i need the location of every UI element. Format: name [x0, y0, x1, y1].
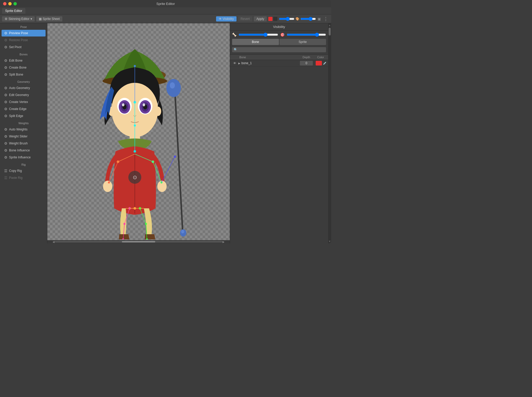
search-input[interactable]	[239, 48, 324, 52]
bone-tab-button[interactable]: Bone	[232, 39, 279, 45]
scroll-down-arrow[interactable]: ▼	[328, 239, 331, 243]
bone-visibility-slider[interactable]	[239, 33, 278, 37]
color-red-swatch[interactable]	[268, 17, 272, 21]
revert-button[interactable]: Revert	[238, 16, 252, 21]
sprite-influence-button[interactable]: ⚙ Sprite Influence	[2, 154, 46, 161]
edit-bone-icon: ⚙	[4, 58, 8, 63]
viewport[interactable]: ⊙	[47, 23, 230, 243]
search-icon: 🔍	[234, 48, 238, 52]
preview-pose-button[interactable]: ⚙ Preview Pose	[2, 30, 46, 36]
traffic-lights	[3, 2, 17, 5]
right-panel: Visibility 🦴 🎯 Bone Sprite 🔍	[230, 23, 328, 243]
main-layout: Pose ⚙ Preview Pose ⚙ Restore Pose ⚙ Set…	[0, 23, 331, 243]
bone-slider-row: 🦴 🎯	[232, 33, 326, 37]
restore-pose-button[interactable]: ⚙ Restore Pose	[2, 37, 46, 43]
title-bar: Sprite Editor	[0, 0, 331, 7]
split-bone-button[interactable]: ⚙ Split Bone	[2, 71, 46, 78]
sprite-tab-button[interactable]: Sprite	[279, 39, 326, 45]
minimize-button[interactable]	[8, 2, 12, 5]
create-bone-icon: ⚙	[4, 65, 8, 70]
split-edge-button[interactable]: ⚙ Split Edge	[2, 113, 46, 119]
weight-slider-icon: ⚙	[4, 134, 8, 138]
auto-geometry-icon: ⚙	[4, 86, 8, 90]
svg-point-34	[117, 160, 119, 163]
sprite-influence-icon: ⚙	[4, 155, 8, 159]
apply-button[interactable]: Apply	[254, 16, 267, 21]
eye-icon: 👁	[219, 17, 222, 21]
edit-bone-button[interactable]: ⚙ Edit Bone	[2, 57, 46, 64]
pose-section-label: Pose	[0, 23, 47, 30]
skinning-icon: ⚙	[5, 17, 8, 21]
maximize-button[interactable]	[13, 2, 17, 5]
copy-rig-button[interactable]: ☰ Copy Rig	[2, 167, 46, 174]
svg-point-31	[134, 65, 136, 67]
col-depth-header: Depth	[299, 56, 314, 59]
paste-rig-icon: ☰	[4, 176, 8, 180]
paste-rig-button[interactable]: ☰ Paste Rig	[2, 174, 46, 181]
toolbar-slider-1[interactable]	[279, 17, 294, 21]
preview-pose-icon: ⚙	[4, 31, 8, 35]
visibility-panel-title: Visibility	[230, 23, 328, 31]
slider-icon: 🎨	[295, 17, 299, 21]
bone-influence-button[interactable]: ⚙ Bone Influence	[2, 147, 46, 154]
bone-table: Bone Depth Color 👁 ▶ bone_1	[230, 55, 328, 243]
search-row: 🔍	[232, 47, 326, 52]
vertical-scrollbar-thumb[interactable]	[329, 28, 331, 35]
svg-point-12	[143, 103, 145, 106]
scroll-up-arrow[interactable]: ▲	[328, 23, 331, 27]
grid-icon: ▦	[39, 17, 42, 21]
sprite-sheet-button[interactable]: ▦ Sprite Sheet	[36, 16, 62, 21]
bone-expand-arrow[interactable]: ▶	[238, 62, 240, 65]
toolbar-slider-2[interactable]	[300, 17, 316, 21]
bone-table-header: Bone Depth Color	[230, 55, 328, 60]
horizontal-scrollbar-track[interactable]	[55, 241, 223, 242]
svg-point-29	[134, 150, 136, 153]
create-vertex-button[interactable]: ⚙ Create Vertex	[2, 99, 46, 105]
tab-row: Sprite Editor	[0, 7, 331, 14]
svg-line-21	[175, 92, 183, 232]
weight-slider-button[interactable]: ⚙ Weight Slider	[2, 133, 46, 140]
col-bone-header: Bone	[238, 56, 299, 59]
svg-point-25	[181, 230, 184, 233]
close-button[interactable]	[3, 2, 6, 5]
bone-visibility-toggle[interactable]: 👁	[233, 61, 237, 65]
sprite-visibility-slider[interactable]	[287, 33, 326, 37]
horizontal-scrollbar-thumb[interactable]	[122, 241, 156, 242]
tab-sprite-editor[interactable]: Sprite Editor	[2, 8, 25, 14]
svg-text:⊙: ⊙	[132, 174, 137, 180]
right-panel-container: Visibility 🦴 🎯 Bone Sprite 🔍	[230, 23, 331, 243]
eyedropper-icon[interactable]: 💉	[323, 61, 327, 65]
skinning-editor-button[interactable]: ⚙ Skinning Editor ▾	[2, 16, 35, 21]
scroll-right-arrow[interactable]: ▶	[223, 240, 225, 243]
sprite-vis-icon: 🎯	[280, 33, 285, 37]
create-edge-icon: ⚙	[4, 107, 8, 111]
canvas-area[interactable]: ⊙	[47, 23, 230, 243]
visibility-button[interactable]: 👁 Visibility	[216, 16, 237, 21]
bone-depth-input[interactable]	[300, 61, 313, 65]
left-sidebar: Pose ⚙ Preview Pose ⚙ Restore Pose ⚙ Set…	[0, 23, 47, 243]
set-pivot-icon: ⚙	[4, 45, 8, 49]
edit-geometry-button[interactable]: ⚙ Edit Geometry	[2, 92, 46, 98]
bone-color-swatch[interactable]	[316, 61, 322, 65]
weights-section-label: Weights	[0, 120, 47, 126]
color-dark-swatch[interactable]	[273, 17, 277, 21]
svg-point-38	[152, 160, 154, 163]
auto-geometry-button[interactable]: ⚙ Auto Geometry	[2, 85, 46, 91]
auto-weights-button[interactable]: ⚙ Auto Weights	[2, 126, 46, 133]
restore-pose-icon: ⚙	[4, 38, 8, 42]
weight-brush-button[interactable]: ⚙ Weight Brush	[2, 140, 46, 147]
more-options-button[interactable]: ⋮	[322, 16, 329, 22]
color-controls	[268, 17, 277, 21]
create-bone-button[interactable]: ⚙ Create Bone	[2, 64, 46, 71]
geometry-section-label: Geometry	[0, 78, 47, 84]
rig-section-label: Rig	[0, 161, 47, 167]
bones-section-label: Bones	[0, 51, 47, 57]
svg-point-19	[103, 181, 112, 192]
canvas-scrollbar-bottom: ◀ ▶	[47, 240, 230, 243]
bone-row-1: 👁 ▶ bone_1 💉	[230, 60, 328, 67]
scroll-left-arrow[interactable]: ◀	[53, 240, 55, 243]
create-edge-button[interactable]: ⚙ Create Edge	[2, 106, 46, 112]
edit-geometry-icon: ⚙	[4, 93, 8, 97]
svg-point-7	[122, 103, 124, 106]
set-pivot-button[interactable]: ⚙ Set Pivot	[2, 44, 46, 50]
